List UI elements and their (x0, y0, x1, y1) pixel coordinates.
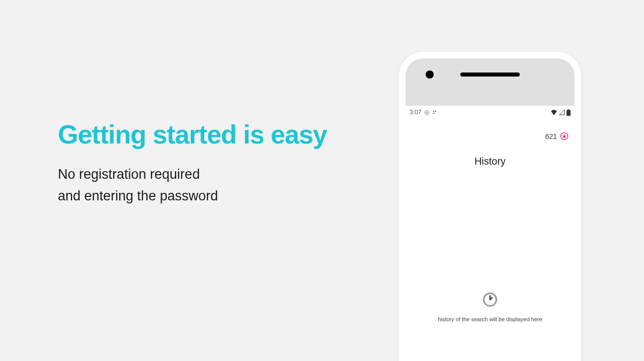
svg-point-0 (425, 110, 429, 114)
status-bar-right (550, 109, 571, 116)
svg-rect-5 (568, 109, 570, 110)
phone-mockup: 3:07 621 (399, 52, 581, 361)
dots-icon (433, 110, 438, 115)
screen-title: History (404, 156, 577, 167)
svg-point-3 (435, 111, 437, 112)
marketing-subline-1: No registration required (58, 164, 327, 185)
empty-state: history of the search will be displayed … (404, 292, 577, 322)
no-sim-icon (424, 110, 430, 115)
marketing-headline: Getting started is easy (58, 119, 327, 150)
svg-rect-6 (567, 110, 571, 116)
status-bar: 3:07 (404, 106, 577, 117)
phone-speaker-grille (460, 73, 520, 77)
phone-hardware-top (406, 73, 575, 77)
phone-screen: 3:07 621 (404, 106, 577, 361)
svg-point-1 (426, 112, 428, 113)
marketing-copy: Getting started is easy No registration … (58, 119, 327, 207)
battery-icon (567, 109, 571, 116)
marketing-subline-2: and entering the password (58, 185, 327, 207)
status-time: 3:07 (410, 109, 421, 116)
cellular-icon (559, 109, 565, 115)
clock-icon (482, 292, 498, 307)
phone-camera-dot (426, 70, 434, 79)
points-row[interactable]: 621 (404, 117, 577, 140)
empty-state-text: history of the search will be displayed … (438, 316, 542, 322)
wifi-icon (550, 109, 557, 115)
points-value: 621 (545, 132, 557, 140)
svg-point-2 (433, 111, 435, 112)
status-bar-left: 3:07 (410, 109, 438, 116)
star-icon (560, 132, 569, 140)
svg-point-4 (433, 113, 435, 114)
marketing-subline: No registration required and entering th… (58, 164, 327, 207)
